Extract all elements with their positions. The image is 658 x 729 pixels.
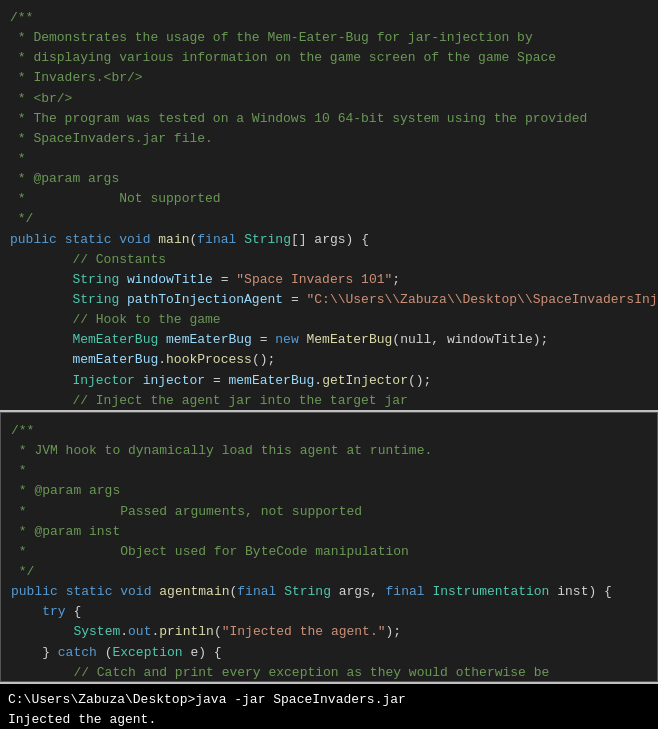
code-line: * xyxy=(11,461,647,481)
code-line: * Invaders.<br/> xyxy=(10,68,648,88)
top-code-panel: /** * Demonstrates the usage of the Mem-… xyxy=(0,0,658,410)
code-line: Injector injector = memEaterBug.getInjec… xyxy=(10,371,648,391)
code-line: * @param args xyxy=(11,481,647,501)
code-line: // Hook to the game xyxy=(10,310,648,330)
code-line: * Passed arguments, not supported xyxy=(11,502,647,522)
code-line: */ xyxy=(11,562,647,582)
code-line: */ xyxy=(10,209,648,229)
terminal-line2: Injected the agent. xyxy=(8,710,650,730)
code-line: String pathToInjectionAgent = "C:\\Users… xyxy=(10,290,648,310)
code-line: * @param inst xyxy=(11,522,647,542)
code-line: memEaterBug.hookProcess(); xyxy=(10,350,648,370)
code-line: /** xyxy=(11,421,647,441)
code-line: try { xyxy=(11,602,647,622)
code-line: * Object used for ByteCode manipulation xyxy=(11,542,647,562)
code-line: // Inject the agent jar into the target … xyxy=(10,391,648,410)
code-line: * Demonstrates the usage of the Mem-Eate… xyxy=(10,28,648,48)
code-line: * @param args xyxy=(10,169,648,189)
code-line: * xyxy=(10,149,648,169)
code-line: * Not supported xyxy=(10,189,648,209)
code-line: MemEaterBug memEaterBug = new MemEaterBu… xyxy=(10,330,648,350)
code-line: * JVM hook to dynamically load this agen… xyxy=(11,441,647,461)
code-line: * The program was tested on a Windows 10… xyxy=(10,109,648,129)
code-line: } catch (Exception e) { xyxy=(11,643,647,663)
code-line: System.out.println("Injected the agent."… xyxy=(11,622,647,642)
code-line: * <br/> xyxy=(10,89,648,109)
code-line: String windowTitle = "Space Invaders 101… xyxy=(10,270,648,290)
code-line: public static void main(final String[] a… xyxy=(10,230,648,250)
terminal-panel: C:\Users\Zabuza\Desktop>java -jar SpaceI… xyxy=(0,684,658,729)
top-code-lines: /** * Demonstrates the usage of the Mem-… xyxy=(10,8,648,410)
bottom-code-lines: /** * JVM hook to dynamically load this … xyxy=(11,421,647,682)
code-line: /** xyxy=(10,8,648,28)
code-line: // Constants xyxy=(10,250,648,270)
code-line: // Catch and print every exception as th… xyxy=(11,663,647,682)
code-line: public static void agentmain(final Strin… xyxy=(11,582,647,602)
code-line: * displaying various information on the … xyxy=(10,48,648,68)
terminal-line1: C:\Users\Zabuza\Desktop>java -jar SpaceI… xyxy=(8,690,650,710)
bottom-code-panel: /** * JVM hook to dynamically load this … xyxy=(0,412,658,682)
code-line: * SpaceInvaders.jar file. xyxy=(10,129,648,149)
